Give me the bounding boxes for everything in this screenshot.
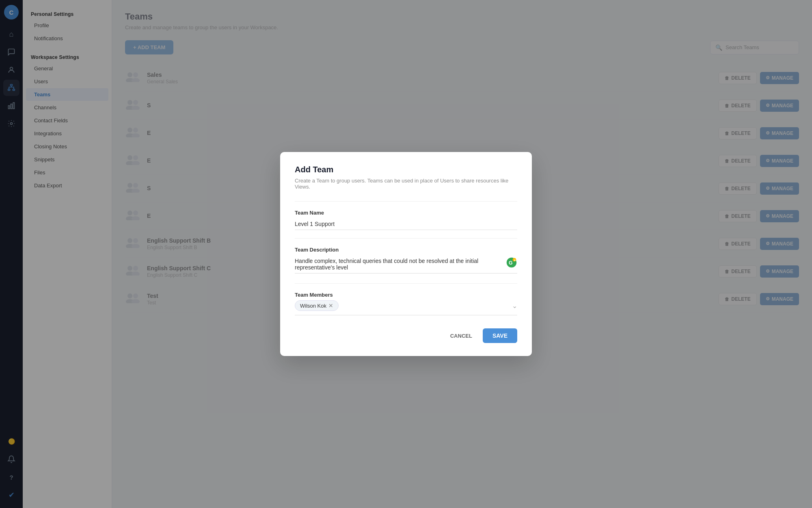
team-description-row: G ✦ <box>295 255 517 275</box>
add-team-modal: Add Team Create a Team to group users. T… <box>280 152 532 356</box>
modal-overlay[interactable]: Add Team Create a Team to group users. T… <box>0 0 812 508</box>
ai-assist-icon[interactable]: G ✦ <box>506 257 517 268</box>
svg-text:G: G <box>509 260 513 266</box>
team-name-input[interactable] <box>295 218 517 230</box>
member-tag-wilson-kok: Wilson Kok ✕ <box>295 300 339 311</box>
modal-footer: CANCEL SAVE <box>295 328 517 343</box>
modal-title: Add Team <box>295 165 517 174</box>
save-button[interactable]: SAVE <box>483 328 517 343</box>
cancel-button[interactable]: CANCEL <box>446 329 476 343</box>
member-name: Wilson Kok <box>300 303 326 309</box>
team-name-label: Team Name <box>295 210 517 216</box>
remove-member-button[interactable]: ✕ <box>328 302 333 309</box>
team-description-input[interactable] <box>295 255 517 274</box>
modal-subtitle: Create a Team to group users. Teams can … <box>295 178 517 190</box>
svg-text:✦: ✦ <box>514 259 516 262</box>
team-members-input-row[interactable]: Wilson Kok ✕ ⌄ <box>295 300 517 315</box>
team-members-label: Team Members <box>295 292 517 298</box>
team-description-label: Team Description <box>295 247 517 253</box>
members-dropdown-icon[interactable]: ⌄ <box>512 302 517 310</box>
